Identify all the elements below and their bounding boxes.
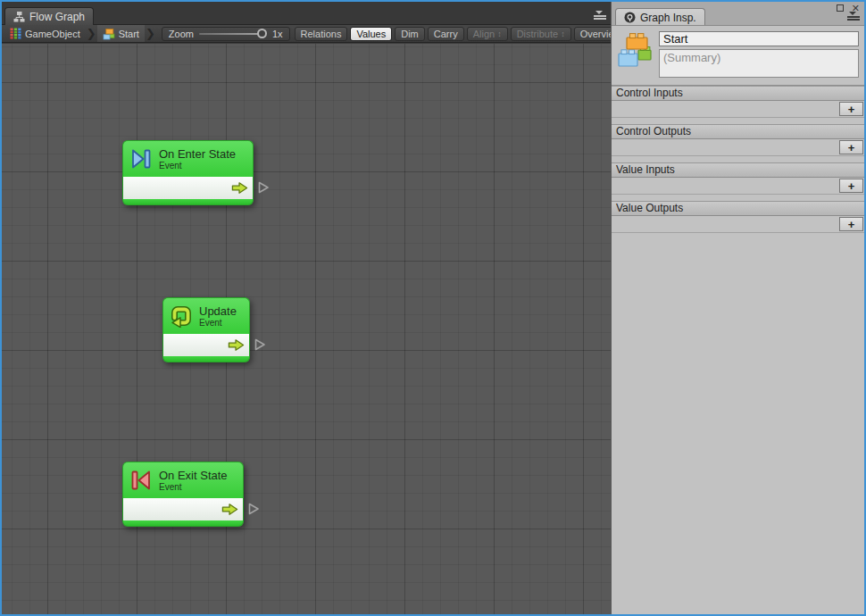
node-on-exit-state[interactable]: On Exit State Event [122,462,244,527]
zoom-control: Zoom 1x [162,27,290,41]
divider [612,156,864,162]
node-port-row [162,334,250,356]
add-control-output-button[interactable]: + [839,140,863,154]
update-loop-icon [170,304,193,328]
graph-summary-block [612,26,864,85]
flow-macro-icon [617,31,653,72]
carry-button[interactable]: Carry [428,27,464,41]
port-connect-triangle-icon[interactable] [258,181,270,194]
panel-menu-icon[interactable] [594,11,606,21]
graph-icon [13,11,25,22]
node-titles: Update Event [199,304,237,329]
exit-state-icon [129,469,153,492]
node-header[interactable]: On Enter State Event [122,140,254,177]
graph-inspector-icon [624,12,636,23]
node-footer [122,520,244,527]
node-port-row [122,498,244,520]
toolbar-buttons: Relations Values Dim Carry Align ↕ Distr… [295,27,628,41]
section-header-control-inputs: Control Inputs [612,86,864,101]
node-titles: On Exit State Event [159,469,228,493]
value-outputs-row: + [612,216,864,233]
node-on-enter-state[interactable]: On Enter State Event [122,140,254,205]
node-title: Update [199,304,237,318]
value-inputs-row: + [612,178,864,195]
dropdown-updown-icon: ↕ [561,29,565,38]
flow-macro-icon [103,28,115,40]
zoom-slider-knob[interactable] [257,29,267,38]
tab-flow-graph[interactable]: Flow Graph [4,7,94,25]
breadcrumb-start-label: Start [119,29,139,39]
zoom-label: Zoom [169,29,194,39]
node-port-row [122,177,254,199]
node-subtitle: Event [159,482,228,493]
dropdown-updown-icon: ↕ [497,29,502,38]
node-title: On Exit State [159,469,228,482]
dim-button[interactable]: Dim [395,27,425,41]
node-update[interactable]: Update Event [162,297,250,362]
zoom-slider-track[interactable] [199,33,265,35]
relations-button[interactable]: Relations [295,27,348,41]
divider [612,195,864,201]
section-header-value-inputs: Value Inputs [612,162,864,178]
breadcrumb-gameobject-label: GameObject [25,29,80,39]
control-outputs-row: + [612,139,864,156]
node-subtitle: Event [159,161,236,171]
align-button: Align ↕ [467,27,508,41]
zoom-slider[interactable] [199,29,267,39]
enter-state-icon [129,147,153,171]
breadcrumb-start[interactable]: Start [97,25,145,42]
node-footer [162,356,250,362]
control-output-port-icon[interactable] [228,338,245,352]
breadcrumb-separator-icon: ❯ [86,26,97,42]
control-inputs-row: + [612,101,864,118]
values-button[interactable]: Values [350,27,392,41]
flow-graph-tab-bar: Flow Graph [2,2,611,25]
graph-summary-input[interactable] [659,49,859,78]
node-titles: On Enter State Event [159,147,236,171]
inspector-body: Control Inputs + Control Outputs + Value… [612,25,864,614]
node-header[interactable]: Update Event [162,297,250,334]
panel-menu-icon[interactable] [847,12,860,21]
tab-graph-inspector[interactable]: Graph Insp. [615,8,705,26]
distribute-button: Distribute ↕ [511,27,571,41]
divider [612,118,864,124]
graph-canvas[interactable]: On Enter State Event [2,44,611,614]
section-header-value-outputs: Value Outputs [612,201,864,216]
graph-toolbar: GameObject ❯ Start ❯ Zoom 1x [2,25,611,43]
tab-flow-graph-label: Flow Graph [29,11,85,23]
inspector-tab-bar: Graph Insp. ✕ [612,2,864,25]
graph-title-input[interactable] [659,31,859,46]
section-header-control-outputs: Control Outputs [612,124,864,139]
node-subtitle: Event [199,318,237,329]
add-value-output-button[interactable]: + [839,217,863,231]
node-header[interactable]: On Exit State Event [122,462,244,498]
unity-window: Flow Graph GameObject ❯ [0,0,866,616]
port-connect-triangle-icon[interactable] [248,503,260,515]
control-output-port-icon[interactable] [231,181,248,195]
breadcrumb-separator-icon: ❯ [145,26,156,42]
maximize-icon[interactable] [837,4,844,12]
breadcrumb-gameobject[interactable]: GameObject [4,25,86,42]
flow-graph-panel: Flow Graph GameObject ❯ [2,2,611,614]
tab-graph-inspector-label: Graph Insp. [640,12,696,24]
node-title: On Enter State [159,147,236,161]
flow-machine-icon [10,28,21,39]
control-output-port-icon[interactable] [221,503,238,516]
graph-fields [659,31,859,78]
port-connect-triangle-icon[interactable] [254,338,266,351]
graph-inspector-panel: Graph Insp. ✕ [611,2,864,614]
add-control-input-button[interactable]: + [839,102,863,116]
zoom-value: 1x [272,29,283,39]
add-value-input-button[interactable]: + [839,179,863,193]
node-footer [122,199,254,205]
